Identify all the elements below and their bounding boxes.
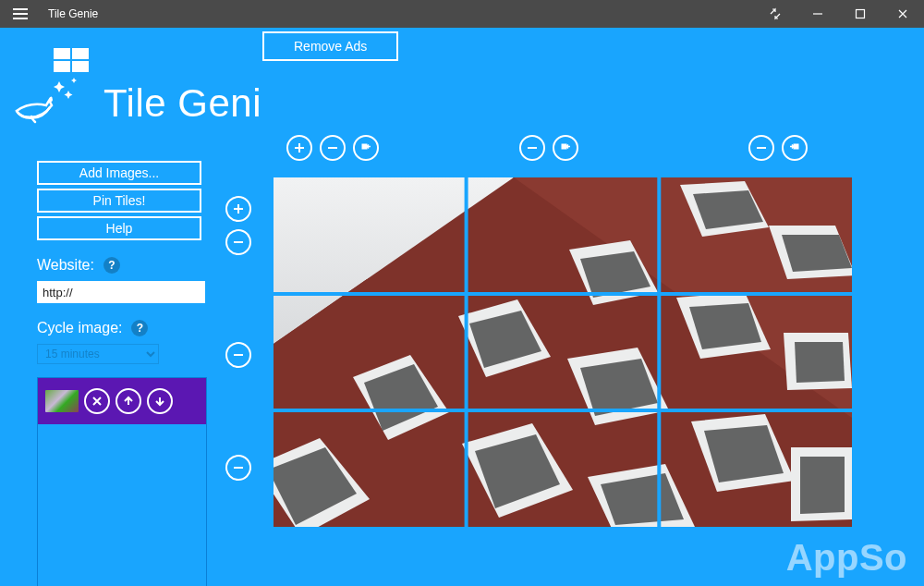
tile[interactable] (274, 412, 464, 526)
svg-rect-4 (54, 61, 70, 72)
row-controls (225, 196, 251, 481)
row-remove-button[interactable] (225, 229, 251, 255)
row-add-button[interactable] (225, 196, 251, 222)
cycle-image-select[interactable]: 15 minutes (37, 344, 159, 364)
cycle-field-row: Cycle image: ? (37, 320, 208, 336)
window-title: Tile Genie (48, 7, 754, 20)
col-align-left-button-2[interactable] (553, 135, 578, 161)
col-remove-button-2[interactable] (519, 135, 545, 161)
svg-marker-7 (65, 91, 73, 99)
col-remove-button-3[interactable] (748, 135, 774, 161)
col-remove-button[interactable] (320, 135, 346, 161)
website-label: Website: (37, 257, 94, 274)
maximize-button[interactable] (839, 0, 881, 28)
minimize-button[interactable] (796, 0, 839, 28)
app-header: Tile Genie Remove Ads (0, 28, 924, 129)
col-align-left-button[interactable] (353, 135, 379, 161)
tile[interactable] (662, 296, 851, 409)
app-title: Tile Genie (103, 81, 261, 126)
pin-tiles-button[interactable]: Pin Tiles! (37, 189, 201, 213)
move-up-button[interactable] (116, 388, 141, 414)
titlebar: Tile Genie (0, 0, 924, 28)
hamburger-menu[interactable] (0, 0, 41, 28)
website-help-icon[interactable]: ? (103, 257, 120, 274)
move-down-button[interactable] (147, 388, 173, 414)
tile[interactable] (274, 296, 464, 409)
col-controls-2 (519, 135, 578, 161)
row-remove-button-2[interactable] (225, 342, 251, 368)
svg-rect-3 (72, 48, 89, 59)
image-list-item[interactable] (38, 378, 206, 424)
window-controls (754, 0, 924, 28)
tile[interactable] (274, 178, 464, 292)
svg-rect-5 (72, 61, 89, 72)
col-align-right-button[interactable] (782, 135, 808, 161)
sidebar: Add Images... Pin Tiles! Help Website: ?… (0, 129, 208, 586)
cycle-label: Cycle image: (37, 320, 122, 336)
image-thumbnail (45, 390, 79, 412)
expand-button[interactable] (754, 0, 796, 28)
tile[interactable] (662, 178, 851, 292)
col-controls-3 (748, 135, 808, 161)
cycle-help-icon[interactable]: ? (131, 320, 148, 336)
delete-image-button[interactable] (84, 388, 110, 414)
app-logo (13, 37, 102, 129)
remove-ads-button[interactable]: Remove Ads (262, 31, 398, 61)
tile[interactable] (468, 412, 657, 526)
tile[interactable] (468, 296, 657, 409)
website-field-row: Website: ? (37, 257, 208, 274)
close-button[interactable] (881, 0, 924, 28)
row-remove-button-3[interactable] (225, 455, 251, 481)
svg-rect-2 (54, 48, 70, 59)
image-list (37, 377, 207, 586)
tile[interactable] (468, 178, 657, 292)
watermark: AppSo (786, 537, 907, 579)
add-images-button[interactable]: Add Images... (37, 161, 201, 185)
col-add-button[interactable] (286, 135, 312, 161)
svg-marker-8 (71, 78, 77, 83)
website-input[interactable] (37, 281, 205, 303)
svg-marker-6 (54, 81, 65, 92)
col-controls-1 (286, 135, 379, 161)
svg-rect-1 (857, 10, 865, 18)
tile-grid (274, 177, 852, 527)
help-button[interactable]: Help (37, 216, 201, 240)
tile[interactable] (662, 412, 851, 526)
svg-point-9 (49, 98, 53, 102)
